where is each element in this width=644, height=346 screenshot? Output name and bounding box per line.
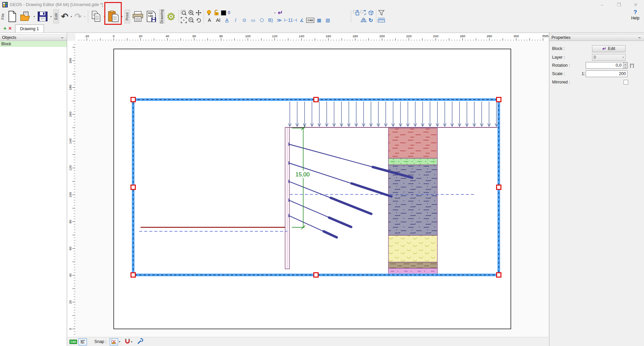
svg-text:120: 120 xyxy=(272,34,277,38)
block-edit-button[interactable]: ↵ Edit xyxy=(592,45,626,52)
open-file-button[interactable] xyxy=(18,9,33,24)
redo-dropdown-arrow[interactable]: ▾ xyxy=(83,9,87,24)
open-dropdown-arrow[interactable]: ▾ xyxy=(33,9,36,24)
minimize-button[interactable]: – xyxy=(594,0,610,9)
spline-tool-icon[interactable]: B) xyxy=(267,17,275,23)
text-tool-icon[interactable]: A xyxy=(206,17,214,23)
properties-minimize-button[interactable]: – xyxy=(637,35,642,40)
new-file-button[interactable] xyxy=(6,9,18,24)
zoom-out-icon[interactable] xyxy=(187,17,195,23)
scale-label: Scale : xyxy=(552,71,565,76)
paste-dropdown-arrow[interactable]: ▾ xyxy=(120,15,124,18)
toolbar-separator xyxy=(204,10,204,23)
mirrored-label: Mirrored : xyxy=(552,80,570,84)
paper-sheet xyxy=(114,49,511,329)
selection-handle[interactable] xyxy=(314,273,318,277)
dimension-tool-icon[interactable]: ⊢11⊣ xyxy=(284,17,297,23)
line-tool-icon[interactable]: / xyxy=(232,17,240,23)
help-label: Help xyxy=(629,16,642,20)
paste-button[interactable] xyxy=(106,10,120,23)
zoom-window-icon[interactable] xyxy=(180,9,187,16)
zoom-in-icon[interactable] xyxy=(187,9,195,16)
color-swatch[interactable] xyxy=(220,9,227,16)
measure-ruler-icon[interactable] xyxy=(378,17,385,23)
table-tool-icon[interactable]: ▦ xyxy=(315,17,323,23)
selection-handle[interactable] xyxy=(314,98,318,102)
rotate-icon[interactable]: ↻ xyxy=(367,17,375,23)
tab-drawing-1[interactable]: Drawing 1 xyxy=(15,24,44,33)
magnet-dropdown-arrow[interactable]: ▾ xyxy=(131,340,132,343)
add-tab-button[interactable]: + xyxy=(3,25,6,32)
visibility-bulb-icon[interactable] xyxy=(205,9,213,16)
copy-properties-icon[interactable] xyxy=(360,9,367,16)
selection-handle[interactable] xyxy=(497,273,501,277)
drawing-canvas-area[interactable]: -200204060801001201401601802002202402602… xyxy=(67,33,548,346)
remove-tab-button[interactable]: × xyxy=(8,25,11,32)
multiline-text-tool-icon[interactable]: AI xyxy=(214,17,222,23)
mirrored-checkbox[interactable] xyxy=(624,80,628,84)
scale-input[interactable]: 200 xyxy=(586,70,628,77)
selection-handle[interactable] xyxy=(131,273,136,277)
settings-gear-icon[interactable]: ⚙ xyxy=(165,9,177,24)
snap-dropdown-arrow[interactable]: ▾ xyxy=(119,340,120,343)
cad-block-tool-icon[interactable]: CAD xyxy=(306,18,314,23)
toolbar-separator xyxy=(376,10,376,23)
rotation-spinner[interactable]: ▲▼ xyxy=(623,62,627,68)
undo-dropdown-arrow[interactable]: ▾ xyxy=(70,9,73,24)
selection-handle[interactable] xyxy=(131,185,136,189)
selection-handle[interactable] xyxy=(497,98,501,102)
layer-combo-dropdown-arrow[interactable]: ▾ xyxy=(273,11,277,14)
explode-block-icon[interactable] xyxy=(367,9,375,16)
line-style-button[interactable] xyxy=(78,338,87,345)
svg-text:PDF: PDF xyxy=(148,12,153,14)
rotation-input[interactable]: 0,0 ▲▼ xyxy=(586,62,628,69)
selection-handle[interactable] xyxy=(131,98,136,102)
styled-text-tool-icon[interactable]: A xyxy=(223,17,231,23)
zoom-previous-icon[interactable] xyxy=(195,17,202,23)
close-button[interactable]: ✕ xyxy=(627,0,644,9)
objects-minimize-button[interactable]: – xyxy=(60,35,65,40)
save-dropdown-arrow[interactable]: ▾ xyxy=(49,9,53,24)
mirror-icon[interactable] xyxy=(360,17,367,23)
svg-text:100: 100 xyxy=(68,192,72,197)
layer-dropdown-value: 0 xyxy=(594,55,596,60)
angle-dimension-tool-icon[interactable]: ∡ xyxy=(298,17,306,23)
pdf-cad-export-button[interactable]: PDFCAD xyxy=(145,9,158,24)
parallel-tool-icon[interactable]: ≫ xyxy=(275,17,283,23)
drawing-canvas[interactable]: -200204060801001201401601802002202402602… xyxy=(67,34,548,337)
maximize-button[interactable]: ❐ xyxy=(610,0,627,9)
drawing-tab-bar: + × Drawing 1 xyxy=(0,24,644,33)
selection-handle[interactable] xyxy=(497,185,501,189)
image-tool-icon[interactable]: ▧ xyxy=(324,17,332,23)
save-button[interactable] xyxy=(36,9,49,24)
svg-text:140: 140 xyxy=(68,138,72,144)
print-button[interactable] xyxy=(131,9,145,24)
edit-section-label[interactable]: Edit xyxy=(53,9,59,23)
settings-wrench-icon[interactable] xyxy=(137,338,143,345)
rectangle-tool-icon[interactable]: ▭ xyxy=(249,17,257,23)
object-list-item-block[interactable]: Block xyxy=(0,41,67,47)
lock-icon[interactable] xyxy=(213,9,220,16)
copy-dropdown-arrow[interactable]: ▾ xyxy=(103,9,106,24)
help-button[interactable]: ? Help xyxy=(629,10,642,20)
layer-label: Layer : xyxy=(552,55,565,60)
pan-icon[interactable] xyxy=(195,9,202,16)
copy-format-icon[interactable] xyxy=(353,9,360,16)
polygon-tool-icon[interactable]: ⬠ xyxy=(258,17,266,23)
snap-mode-button[interactable] xyxy=(110,338,118,345)
layer-dropdown[interactable]: 0 ▾ xyxy=(592,54,626,61)
objects-panel: Objects – Block xyxy=(0,33,67,346)
drawing-section-label[interactable]: Drawing xyxy=(159,9,165,23)
redo-button[interactable]: ↷ xyxy=(73,9,83,24)
svg-text:20: 20 xyxy=(68,300,72,304)
zoom-fit-icon[interactable] xyxy=(180,17,187,23)
copy-button[interactable] xyxy=(90,9,103,24)
circle-tool-icon[interactable]: ⊙ xyxy=(240,17,249,23)
apply-enter-icon[interactable]: ↵ xyxy=(277,9,284,16)
undo-button[interactable]: ↶ xyxy=(60,9,70,24)
print-section-label[interactable]: Print xyxy=(124,9,130,23)
filter-icon[interactable] xyxy=(378,9,385,16)
ruler-corner xyxy=(67,34,75,41)
magnet-snap-icon[interactable] xyxy=(124,338,130,345)
cad-mode-badge[interactable]: CAD xyxy=(69,340,77,344)
